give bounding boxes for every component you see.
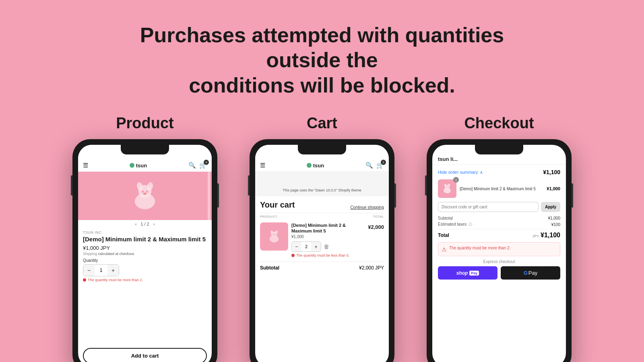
phone-notch-checkout (475, 145, 523, 154)
cart-qty-row: − 2 + 🗑 (291, 241, 365, 252)
brand-name: TSUN INC. (83, 230, 207, 234)
svg-point-5 (146, 191, 148, 193)
checkout-product-badge: 1 (453, 177, 459, 183)
order-summary-toggle: Hide order summary ∧ ¥1,100 (438, 169, 560, 175)
col-product-label: PRODUCT (260, 215, 277, 218)
apply-discount-button[interactable]: Apply (541, 202, 560, 212)
svg-point-6 (143, 193, 147, 195)
add-to-cart-button[interactable]: Add to cart (83, 348, 207, 362)
product-price: ¥1,000 JPY (83, 245, 207, 251)
cart-screen-content: ☰ tsun 🔍 🛒 2 (255, 145, 389, 362)
page-header: Purchases attempted with quantities outs… (101, 11, 543, 105)
shipping-note: Shipping calculated at checkout. (83, 252, 207, 256)
gpay-pay-text: Pay (528, 270, 537, 276)
phone-notch-product (121, 145, 169, 154)
gpay-g-letter: G (524, 270, 528, 276)
cart-subtotal-row: Subtotal ¥2,000 JPY (260, 261, 384, 271)
cart-body: Your cart Continue shopping PRODUCT TOTA… (255, 196, 389, 362)
cart-qty-value: 2 (301, 244, 311, 249)
cart-qty-decrease-btn[interactable]: − (292, 242, 301, 251)
cart-nav-icons: 🔍 🛒 2 (365, 162, 384, 169)
cart-nav-logo: tsun (307, 162, 324, 169)
checkout-taxes-label: Estimated taxes ⓘ (438, 222, 472, 227)
svg-point-4 (142, 191, 144, 193)
error-dot-icon (83, 278, 86, 282)
discount-row: Apply (438, 202, 560, 212)
cart-section: Cart ☰ tsun 🔍 🛒 (250, 115, 394, 362)
google-pay-button[interactable]: G Pay (501, 266, 560, 280)
cart-subtotal-label: Subtotal (260, 265, 279, 271)
chevron-up-icon: ∧ (480, 170, 483, 175)
checkout-dog-image (441, 182, 454, 195)
product-section: Product ☰ tsun 🔍 🛒 (72, 115, 217, 362)
cart-error-message: The quantity must be less than 5. (291, 253, 365, 257)
page-title: Purchases attempted with quantities outs… (101, 23, 543, 98)
checkout-total-amount: ¥1,100 (541, 232, 560, 239)
discount-code-input[interactable] (438, 202, 539, 212)
checkout-total-currency: JPY (533, 234, 539, 238)
shipping-link[interactable]: calculated at checkout. (98, 252, 135, 256)
express-checkout-buttons: shop Pay G Pay (438, 266, 560, 280)
quantity-value: 1 (95, 267, 107, 273)
hide-order-summary-btn[interactable]: Hide order summary ∧ (438, 170, 483, 175)
quantity-increase-btn[interactable]: + (107, 265, 119, 276)
quantity-input: − 1 + (83, 264, 119, 276)
cart-delete-icon[interactable]: 🗑 (324, 243, 329, 250)
cart-item-details: [Demo] Minimum limit 2 & Maximum limit 5… (291, 222, 365, 258)
cart-subtotal-value: ¥2,000 JPY (359, 265, 384, 271)
shop-pay-button[interactable]: shop Pay (438, 266, 497, 280)
cart-item-total: ¥2,000 (368, 222, 384, 258)
image-nav: ‹ 1 / 2 › (78, 220, 212, 228)
product-section-label: Product (116, 115, 174, 132)
cart-dog-image (266, 228, 282, 245)
checkout-order-total-top: ¥1,100 (543, 169, 560, 175)
cart-item-name: [Demo] Minimum limit 2 & Maximum limit 5 (291, 222, 365, 234)
next-image-btn[interactable]: › (153, 222, 155, 226)
product-dog-image (127, 178, 163, 214)
cart-error-dot-icon (291, 254, 295, 257)
checkout-error-box: ⚠ The quantity must be more than 2. (438, 242, 560, 256)
cart-item-price: ¥1,000 (291, 234, 365, 239)
cart-hamburger-icon[interactable]: ☰ (260, 162, 265, 169)
cart-icon-wrapper[interactable]: 🛒 4 (199, 162, 207, 169)
product-info: TSUN INC. [Demo] Minimum limit 2 & Maxim… (78, 228, 212, 345)
cart-search-icon[interactable]: 🔍 (365, 162, 373, 169)
product-nav-icons: 🔍 🛒 4 (188, 162, 207, 169)
cart-icon-wrapper2[interactable]: 🛒 2 (376, 162, 384, 169)
checkout-total-line: Total JPY ¥1,100 (438, 229, 560, 239)
svg-point-17 (446, 187, 447, 187)
checkout-subtotal-label: Subtotal (438, 216, 453, 220)
continue-shopping-link[interactable]: Continue shopping (351, 205, 384, 210)
prev-image-btn[interactable]: ‹ (135, 222, 137, 226)
taxes-info-icon[interactable]: ⓘ (469, 222, 472, 226)
phones-row: Product ☰ tsun 🔍 🛒 (48, 115, 596, 362)
search-icon[interactable]: 🔍 (188, 162, 196, 169)
product-error-message: The quantity must be more than 2. (83, 278, 207, 282)
checkout-error-icon: ⚠ (442, 246, 447, 253)
checkout-total-value: JPY ¥1,100 (533, 232, 560, 239)
image-counter: 1 / 2 (140, 222, 149, 226)
quantity-label: Quantity (83, 258, 207, 263)
checkout-product-price: ¥1,000 (547, 186, 560, 191)
svg-point-12 (275, 234, 275, 235)
checkout-phone-screen: tsun li... Hide order summary ∧ ¥1,100 (432, 145, 566, 362)
cart-qty-increase-btn[interactable]: + (311, 242, 321, 251)
checkout-section-label: Checkout (464, 115, 534, 132)
cart-section-label: Cart (307, 115, 337, 132)
quantity-decrease-btn[interactable]: − (83, 265, 95, 276)
product-name: [Demo] Minimum limit 2 & Maximum limit 5 (83, 235, 207, 243)
checkout-total-label: Total (438, 232, 449, 238)
svg-point-18 (448, 187, 448, 187)
checkout-taxes-value: ¥100 (551, 222, 560, 227)
product-image-area (78, 172, 212, 220)
phone-notch-cart (298, 145, 346, 154)
checkout-taxes-line: Estimated taxes ⓘ ¥100 (438, 222, 560, 227)
checkout-subtotal-value: ¥1,000 (548, 216, 560, 220)
cart-logo-dot (307, 163, 312, 168)
hamburger-icon[interactable]: ☰ (83, 162, 88, 169)
checkout-screen-content: tsun li... Hide order summary ∧ ¥1,100 (432, 145, 566, 362)
product-nav-logo: tsun (130, 162, 147, 169)
cart-header-row: Your cart Continue shopping (260, 200, 384, 210)
checkout-product-row: 1 [Demo] Minimum limit (438, 179, 560, 198)
cart-phone-screen: ☰ tsun 🔍 🛒 2 (255, 145, 389, 362)
